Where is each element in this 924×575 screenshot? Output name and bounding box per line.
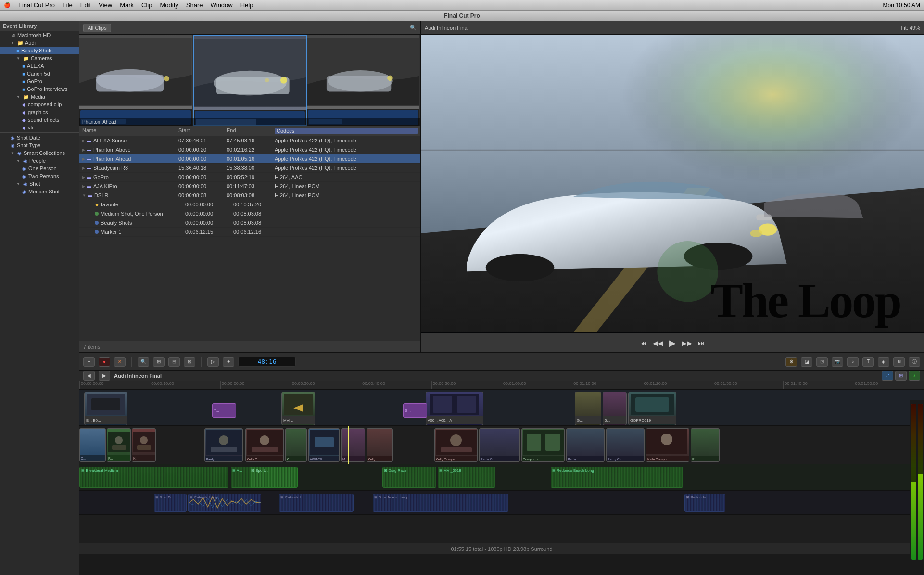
sidebar-item-alexa[interactable]: ■ ALEXA — [0, 62, 79, 70]
clip-row-gopro[interactable]: ▶ ▬ GoPro 00:00:00:00 00:05:52:19 H.264,… — [79, 173, 420, 182]
video-clip-5[interactable]: 5... — [603, 392, 627, 425]
all-clips-filter[interactable]: All Clips — [83, 24, 111, 32]
clip-row-beauty-shots-sub[interactable]: Beauty Shots 00:00:00:00 00:08:03:08 — [79, 218, 420, 228]
viewer-to-start-button[interactable]: ⏮ — [640, 339, 647, 347]
video-clip-a00[interactable]: A00... A00... A — [426, 392, 483, 425]
timeline-tracks[interactable]: B... B0... MVI... A00... A00... A — [79, 390, 924, 543]
clip-row-phantom-above[interactable]: ▶ ▬ Phantom Above 00:00:00:20 00:02:16:2… — [79, 145, 420, 154]
audio-clip-star-d[interactable]: ⊞ Star D... — [154, 494, 187, 512]
filmstrip-thumb-1[interactable] — [79, 35, 193, 126]
main-clip-kelly-comp[interactable]: Kelly Compo... — [434, 428, 478, 462]
main-clip-kelly1[interactable]: Kelly C... — [245, 428, 284, 462]
video-clip-g[interactable]: G... — [575, 392, 601, 425]
video-clip-b-roll-1[interactable]: B... B0... — [84, 392, 127, 425]
clip-row-medium-shot-one[interactable]: Medium Shot, One Person 00:00:00:00 00:0… — [79, 209, 420, 218]
tl-record-button[interactable]: ● — [99, 357, 110, 367]
sidebar-item-people[interactable]: ▼ ◉ People — [0, 157, 79, 165]
audio-clip-drag-race[interactable]: ⊞ Drag Race — [382, 467, 436, 488]
sidebar-item-vtr[interactable]: ◆ vtr — [0, 124, 79, 131]
sidebar-item-graphics[interactable]: ◆ graphics — [0, 108, 79, 116]
file-menu-item[interactable]: File — [63, 1, 73, 9]
tl-crop-tool[interactable]: 📷 — [832, 357, 843, 367]
filmstrip-thumb-3[interactable] — [307, 35, 420, 126]
audio-clip-catwalk-l2[interactable]: ⊞ Catwalk L... — [279, 494, 354, 512]
tl-text-tool[interactable]: T — [862, 357, 874, 367]
tl-clip-view-button[interactable]: ⊟ — [168, 357, 180, 367]
viewer-to-end-button[interactable]: ⏭ — [698, 339, 705, 347]
sidebar-item-composed-clip[interactable]: ◆ composed clip — [0, 101, 79, 108]
apple-menu[interactable]: 🍎 — [4, 2, 11, 8]
mark-menu-item[interactable]: Mark — [120, 1, 134, 9]
tl-audio-btn[interactable]: ♪ — [909, 371, 920, 381]
audio-clip-sport[interactable]: ⊞ Sport... — [250, 467, 298, 488]
tl-color-tool[interactable]: ◪ — [801, 357, 812, 367]
title-clip-t[interactable]: T... — [212, 403, 236, 418]
tl-generator-tool[interactable]: ≋ — [893, 357, 905, 367]
clip-row-alexa-sunset[interactable]: ▶ ▬ ALEXA Sunset 07:30:46:01 07:45:08:16… — [79, 136, 420, 145]
main-clip-c[interactable]: C... — [79, 428, 106, 462]
sidebar-item-macintosh-hd[interactable]: 🖥 Macintosh HD — [0, 31, 79, 39]
main-clip-k-small[interactable]: K... — [285, 428, 307, 462]
sidebar-item-two-persons[interactable]: ◉ Two Persons — [0, 172, 79, 180]
edit-menu-item[interactable]: Edit — [80, 1, 91, 9]
clip-menu-item[interactable]: Clip — [141, 1, 152, 9]
tl-music-icon[interactable]: ♪ — [847, 357, 859, 367]
main-clip-pauly-co[interactable]: Pauly Co... — [479, 428, 520, 462]
main-clip-kelly2[interactable]: Kelly... — [367, 428, 393, 462]
tl-add-button[interactable]: + — [83, 357, 95, 367]
sidebar-item-sound-effects[interactable]: ◆ sound effects — [0, 116, 79, 124]
title-clip-s[interactable]: S... — [403, 403, 427, 418]
sidebar-item-beauty-shots[interactable]: ■ Beauty Shots — [0, 47, 79, 54]
viewer-forward-button[interactable]: ▶▶ — [682, 339, 692, 347]
modify-menu-item[interactable]: Modify — [160, 1, 178, 9]
tl-play-inline-button[interactable]: ▶ — [99, 371, 110, 381]
sidebar-item-shot-date[interactable]: ◉ Shot Date — [0, 134, 79, 141]
search-icon[interactable]: 🔍 — [410, 25, 417, 31]
main-clip-p1[interactable]: P... — [107, 428, 131, 462]
tl-grid-button[interactable]: ⊠ — [184, 357, 195, 367]
main-clip-pauly1[interactable]: Pauly... — [204, 428, 243, 462]
main-clip-p-end[interactable]: P... — [691, 428, 720, 462]
clip-row-favorite[interactable]: ★ favorite 00:00:00:00 00:10:37:20 — [79, 200, 420, 209]
sidebar-item-gopro-interviews[interactable]: ■ GoPro Interviews — [0, 85, 79, 93]
app-menu-item[interactable]: Final Cut Pro — [18, 1, 55, 9]
share-menu-item[interactable]: Share — [186, 1, 203, 9]
tl-view-button[interactable]: ⊞ — [153, 357, 165, 367]
audio-clip-catwalk-long1[interactable]: ⊞ Catwalk Long — [188, 494, 261, 512]
tl-snap-btn[interactable]: ⊞ — [895, 371, 907, 381]
video-clip-mvi[interactable]: MVI... — [281, 392, 315, 425]
sidebar-item-medium-shot[interactable]: ◉ Medium Shot — [0, 188, 79, 195]
tl-zoom-out-button[interactable]: 🔍 — [138, 357, 149, 367]
viewer-rewind-button[interactable]: ◀◀ — [653, 339, 663, 347]
audio-clip-mvi0018[interactable]: ⊞ MVI_0018 — [438, 467, 495, 488]
sidebar-item-shot[interactable]: ▼ ◉ Shot — [0, 180, 79, 188]
window-menu-item[interactable]: Window — [210, 1, 232, 9]
playhead[interactable] — [348, 426, 349, 464]
tl-link-btn[interactable]: ⇌ — [882, 371, 893, 381]
sidebar-item-shot-type[interactable]: ◉ Shot Type — [0, 141, 79, 149]
main-clip-a001[interactable]: A001C0... — [308, 428, 340, 462]
sidebar-item-gopro[interactable]: ■ GoPro — [0, 77, 79, 85]
tl-inspector-tool[interactable]: ⓘ — [909, 357, 920, 367]
main-clip-pauly2[interactable]: Pauly... — [566, 428, 605, 462]
audio-clip-torn-jeans[interactable]: ⊞ Torn Jeans Long — [373, 494, 508, 512]
main-clip-m[interactable]: M... — [341, 428, 365, 462]
tl-transform-tool[interactable]: ⊡ — [816, 357, 828, 367]
audio-clip-redondo-long[interactable]: ⊞ Redondo Beach Long — [551, 467, 683, 488]
viewer-play-button[interactable]: ▶ — [669, 338, 676, 348]
view-menu-item[interactable]: View — [99, 1, 112, 9]
video-clip-gopro019[interactable]: GOPRO019 — [628, 392, 676, 425]
sidebar-item-canon5d[interactable]: ■ Canon 5d — [0, 70, 79, 77]
sidebar-item-media[interactable]: ▼ 📁 Media — [0, 93, 79, 101]
help-menu-item[interactable]: Help — [240, 1, 253, 9]
sidebar-item-one-person[interactable]: ◉ One Person — [0, 165, 79, 172]
clip-row-aja-kipro[interactable]: ▶ ▬ AJA KiPro 00:00:00:00 00:11:47:03 H.… — [79, 182, 420, 191]
sidebar-item-audi[interactable]: ▼ 📁 Audi — [0, 39, 79, 47]
clip-row-steadycam[interactable]: ▶ ▬ Steadycam R8 15:36:40:18 15:38:38:00… — [79, 164, 420, 173]
tl-close-button[interactable]: ✕ — [114, 357, 126, 367]
tl-effects-tool[interactable]: ◈ — [878, 357, 889, 367]
sidebar-item-smart-collections[interactable]: ▼ ◉ Smart Collections — [0, 149, 79, 157]
tl-blade-tool[interactable]: ✦ — [223, 357, 234, 367]
main-clip-compound[interactable]: Compound... — [521, 428, 565, 462]
audio-clip-redondo2[interactable]: ⊞ Redondo... — [684, 494, 725, 512]
